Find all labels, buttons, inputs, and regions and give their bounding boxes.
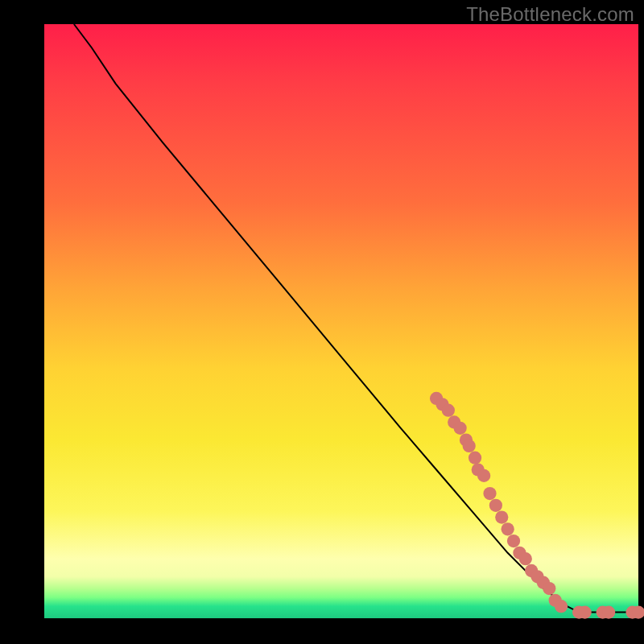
marker-dot (495, 510, 508, 523)
curve-svg (44, 24, 638, 618)
marker-dot (543, 582, 555, 595)
marker-dot (555, 600, 568, 613)
marker-dot (453, 422, 466, 435)
marker-dot (442, 404, 455, 417)
marker-dot (489, 499, 502, 512)
chart-frame: TheBottleneck.com (0, 0, 644, 644)
marker-dots (430, 392, 644, 619)
marker-dot (519, 552, 532, 565)
marker-dot (463, 440, 476, 452)
marker-dot (483, 487, 496, 500)
plot-area (44, 24, 638, 618)
bottleneck-curve (74, 24, 638, 613)
marker-dot (469, 452, 481, 464)
marker-dot (477, 469, 490, 482)
marker-dot (502, 522, 514, 535)
attribution-label: TheBottleneck.com (466, 3, 634, 26)
marker-dot (578, 606, 591, 619)
marker-dot (602, 606, 615, 619)
marker-dot (507, 535, 520, 547)
